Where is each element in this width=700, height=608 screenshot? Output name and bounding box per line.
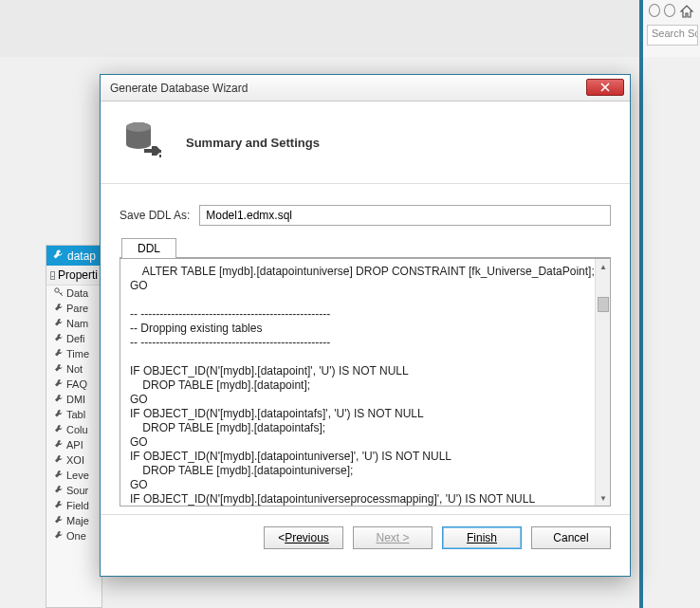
save-ddl-input[interactable]: [199, 205, 611, 226]
prop-label: Pare: [66, 303, 88, 314]
prop-label: Colu: [66, 424, 88, 435]
prop-row[interactable]: Not: [46, 361, 101, 377]
prop-row[interactable]: Maje: [46, 513, 101, 528]
prop-label: API: [66, 439, 83, 451]
prop-label: Sour: [66, 485, 88, 496]
wrench-icon: [54, 378, 64, 390]
previous-button-label: Previous: [285, 531, 329, 544]
wrench-icon: [54, 515, 64, 526]
prop-row[interactable]: Nam: [46, 316, 101, 331]
properties-group[interactable]: - Properti: [46, 266, 101, 286]
wrench-icon: [54, 348, 64, 359]
prop-label: Not: [66, 363, 83, 375]
prop-row[interactable]: XOI: [46, 452, 101, 468]
prop-row[interactable]: Leve: [46, 468, 101, 483]
scrollbar[interactable]: ▲▼: [595, 259, 610, 506]
prop-label: Maje: [66, 515, 89, 526]
wrench-icon: [54, 470, 64, 481]
wrench-icon: [54, 303, 64, 314]
properties-group-label: Properti: [58, 268, 98, 282]
prop-row[interactable]: Defi: [46, 331, 101, 346]
properties-header-label: datap: [67, 249, 96, 263]
dialog-header: Summary and Settings: [101, 101, 630, 183]
prop-label: Leve: [66, 470, 89, 481]
dialog-body: Save DDL As: DDL ALTER TABLE [mydb].[dat…: [101, 184, 630, 514]
prop-row[interactable]: API: [46, 437, 101, 452]
dialog-subtitle: Summary and Settings: [186, 136, 320, 150]
database-plug-icon: [121, 119, 165, 166]
wrench-icon: [54, 500, 64, 511]
ddl-code-box[interactable]: ALTER TABLE [mydb].[datapointuniverse] D…: [120, 258, 611, 507]
properties-panel: datap - Properti Data Pare Nam Defi Time…: [46, 245, 102, 608]
top-strip: [0, 0, 700, 57]
prop-label: DMI: [66, 394, 85, 405]
finish-button[interactable]: Finish: [442, 526, 522, 549]
tab-ddl[interactable]: DDL: [121, 238, 176, 258]
cancel-button[interactable]: Cancel: [531, 526, 611, 549]
nav-forward-icon[interactable]: [664, 4, 675, 17]
dialog-button-row: < Previous Next > Finish Cancel: [101, 515, 630, 562]
wrench-icon: [54, 363, 64, 375]
prop-label: Data: [66, 287, 88, 299]
wrench-icon: [54, 454, 64, 466]
wrench-icon: [52, 249, 64, 263]
next-button-label: Next >: [376, 531, 409, 544]
prop-label: XOI: [66, 454, 84, 466]
tab-strip: DDL: [120, 237, 611, 258]
dialog-wrapper: Generate Database Wizard Summary and Set…: [100, 74, 631, 577]
solution-explorer-panel: Search Solut: [639, 0, 700, 57]
dialog-titlebar[interactable]: Generate Database Wizard: [101, 75, 630, 101]
prop-row[interactable]: One: [46, 528, 101, 544]
properties-header: datap: [46, 246, 101, 266]
home-icon[interactable]: [679, 4, 694, 23]
scroll-up-icon[interactable]: ▲: [596, 259, 611, 274]
prop-label: One: [66, 530, 86, 542]
wrench-icon: [54, 333, 64, 344]
collapse-icon[interactable]: -: [50, 271, 55, 280]
prop-row[interactable]: DMI: [46, 392, 101, 407]
previous-button[interactable]: < Previous: [264, 526, 343, 549]
prop-label: Tabl: [66, 409, 85, 420]
prop-row[interactable]: Tabl: [46, 407, 101, 422]
ddl-code-text: ALTER TABLE [mydb].[datapointuniverse] D…: [130, 265, 595, 506]
prop-row[interactable]: Data: [46, 286, 101, 301]
wrench-icon: [54, 485, 64, 496]
blue-divider: [639, 57, 643, 608]
prop-label: Defi: [66, 333, 85, 344]
prop-label: FAQ: [66, 378, 87, 390]
next-button: Next >: [353, 526, 433, 549]
prop-row[interactable]: Time: [46, 346, 101, 361]
generate-database-wizard-dialog: Generate Database Wizard Summary and Set…: [100, 74, 631, 577]
scroll-thumb[interactable]: [598, 297, 609, 312]
scroll-down-icon[interactable]: ▼: [596, 490, 611, 506]
cancel-button-label: Cancel: [553, 531, 588, 544]
svg-point-2: [126, 122, 151, 132]
prop-label: Nam: [66, 318, 88, 329]
dialog-title: Generate Database Wizard: [110, 82, 248, 95]
wrench-icon: [54, 409, 64, 420]
finish-button-label: Finish: [467, 531, 497, 544]
wrench-icon: [54, 530, 64, 542]
prop-row[interactable]: Field: [46, 498, 101, 513]
wrench-icon: [54, 394, 64, 405]
search-input[interactable]: Search Solut: [647, 25, 698, 46]
prop-label: Field: [66, 500, 89, 511]
prop-row[interactable]: Colu: [46, 422, 101, 437]
prop-row[interactable]: Pare: [46, 301, 101, 316]
key-icon: [54, 287, 64, 299]
save-ddl-label: Save DDL As:: [120, 209, 190, 222]
prop-row[interactable]: FAQ: [46, 377, 101, 392]
wrench-icon: [54, 439, 64, 451]
nav-back-icon[interactable]: [649, 4, 660, 17]
prop-row[interactable]: Sour: [46, 483, 101, 498]
close-button[interactable]: [586, 79, 624, 96]
prop-label: Time: [66, 348, 89, 359]
svg-rect-4: [159, 155, 161, 157]
wrench-icon: [54, 318, 64, 329]
wrench-icon: [54, 424, 64, 435]
svg-rect-3: [159, 150, 161, 153]
